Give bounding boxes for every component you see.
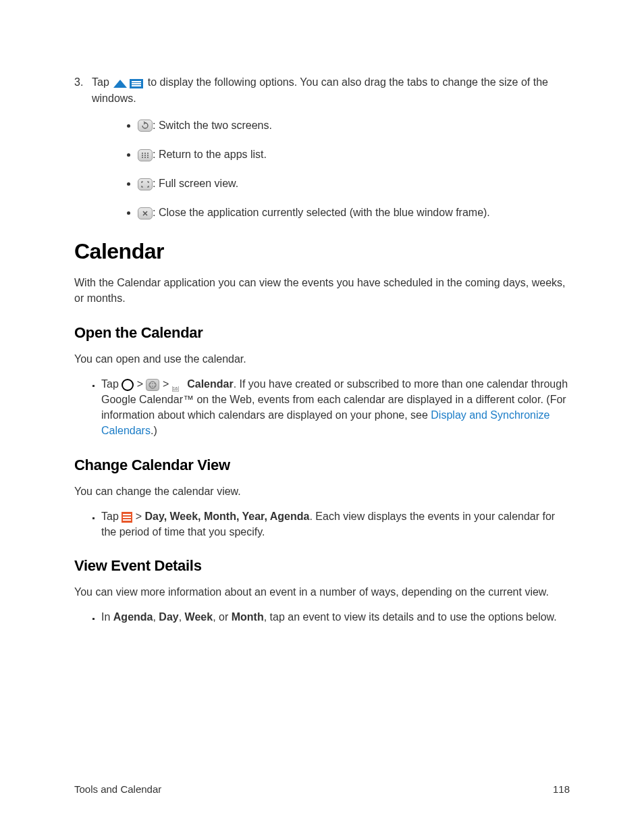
change-bullet: Tap > Day, Week, Month, Year, Agenda. Ea… — [101, 509, 570, 540]
step-text-pre: Tap — [92, 76, 112, 88]
svg-point-11 — [153, 383, 154, 384]
change-gt: > — [132, 511, 144, 522]
svg-point-12 — [155, 383, 156, 384]
heading-change-view: Change Calendar View — [74, 457, 570, 474]
heading-view-details: View Event Details — [74, 557, 570, 575]
heading-open-calendar: Open the Calendar — [74, 324, 570, 342]
option-switch: : Switch the two screens. — [138, 118, 570, 133]
gt2: > — [159, 378, 171, 390]
change-views: Day, Week, Month, Year, Agenda — [144, 511, 309, 522]
details-bullet: In Agenda, Day, Week, or Month, tap an e… — [101, 609, 570, 625]
svg-point-7 — [144, 157, 146, 158]
v-agenda: Agenda — [113, 611, 153, 623]
step-list: 3. Tap to display the following options.… — [74, 74, 570, 220]
document-page: 3. Tap to display the following options.… — [0, 0, 644, 625]
apps-grid-icon — [146, 379, 159, 391]
details-post: , tap an event to view its details and t… — [264, 611, 557, 623]
open-intro: You can open and use the calendar. — [74, 351, 570, 367]
c3: , or — [213, 611, 232, 623]
svg-point-4 — [144, 155, 146, 156]
home-circle-icon — [122, 379, 134, 391]
step-number: 3. — [74, 74, 83, 90]
details-pre: In — [101, 611, 113, 623]
step-3: 3. Tap to display the following options.… — [74, 74, 570, 220]
open-pre: Tap — [101, 378, 122, 390]
svg-point-2 — [147, 153, 149, 154]
option-switch-text: : Switch the two screens. — [153, 120, 272, 131]
svg-point-15 — [155, 386, 156, 387]
menu-icon — [122, 512, 132, 523]
option-fullscreen: : Full screen view. — [138, 176, 570, 191]
svg-point-3 — [142, 155, 143, 156]
v-week: Week — [185, 611, 213, 623]
svg-point-13 — [151, 386, 152, 387]
details-list: In Agenda, Day, Week, or Month, tap an e… — [74, 609, 570, 625]
svg-point-9 — [149, 382, 156, 388]
svg-point-1 — [144, 153, 146, 154]
option-full-text: : Full screen view. — [153, 178, 238, 189]
details-intro: You can view more information about an e… — [74, 584, 570, 600]
tab-house-icon — [113, 75, 127, 90]
gt1: > — [134, 378, 146, 390]
change-intro: You can change the calendar view. — [74, 484, 570, 499]
fullscreen-icon — [138, 178, 153, 190]
option-close: : Close the application currently select… — [138, 205, 570, 220]
open-cal-label: Calendar — [187, 378, 233, 390]
calendar-intro: With the Calendar application you can vi… — [74, 275, 570, 306]
step-3-options: : Switch the two screens. : Return to th… — [92, 118, 570, 221]
v-month: Month — [232, 611, 264, 623]
svg-point-5 — [147, 155, 149, 156]
open-list: Tap > > 16 Calendar. If you have created… — [74, 376, 570, 439]
change-pre: Tap — [101, 511, 122, 522]
svg-point-14 — [153, 386, 154, 387]
open-bullet: Tap > > 16 Calendar. If you have created… — [101, 376, 570, 439]
v-day: Day — [159, 611, 178, 623]
svg-point-6 — [142, 157, 143, 158]
heading-calendar: Calendar — [74, 239, 570, 264]
footer-section: Tools and Calendar — [74, 783, 161, 795]
svg-point-0 — [142, 153, 143, 154]
footer-page-number: 118 — [553, 783, 570, 795]
step-text-post: to display the following options. You ca… — [92, 76, 548, 104]
calendar-app-icon: 16 — [172, 379, 184, 391]
svg-point-8 — [147, 157, 149, 158]
option-return-text: : Return to the apps list. — [153, 149, 267, 160]
open-post2: .) — [151, 425, 157, 436]
close-icon — [138, 207, 153, 219]
c2: , — [179, 611, 185, 623]
option-return: : Return to the apps list. — [138, 147, 570, 162]
page-footer: Tools and Calendar 118 — [74, 783, 570, 795]
svg-point-10 — [151, 383, 152, 384]
apps-list-icon — [138, 149, 153, 161]
tab-list-icon — [130, 75, 143, 90]
switch-icon — [138, 120, 153, 132]
change-list: Tap > Day, Week, Month, Year, Agenda. Ea… — [74, 509, 570, 540]
option-close-text: : Close the application currently select… — [153, 207, 490, 218]
